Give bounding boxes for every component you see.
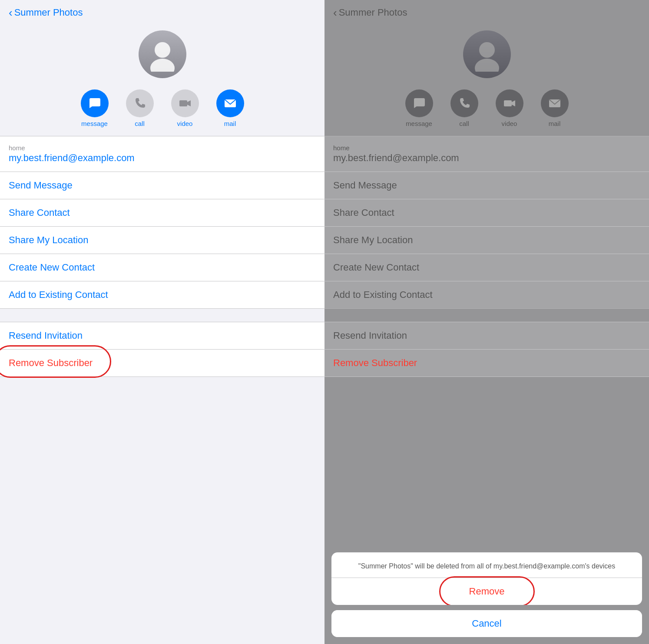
alert-message-text: "Summer Photos" will be deleted from all… bbox=[358, 562, 615, 570]
alert-message: "Summer Photos" will be deleted from all… bbox=[331, 552, 642, 578]
right-mail-label: mail bbox=[549, 120, 561, 127]
right-resend-invitation[interactable]: Resend Invitation bbox=[324, 322, 649, 350]
video-label: video bbox=[177, 120, 193, 127]
right-message-button[interactable]: message bbox=[405, 89, 433, 127]
right-share-contact-label: Share Contact bbox=[333, 207, 394, 218]
right-back-label: Summer Photos bbox=[339, 7, 407, 18]
right-create-contact-label: Create New Contact bbox=[333, 262, 419, 273]
left-spacer bbox=[0, 309, 324, 322]
right-panel: ‹ Summer Photos message bbox=[324, 0, 649, 644]
right-video-icon bbox=[503, 97, 516, 110]
alert-overlay: "Summer Photos" will be deleted from all… bbox=[324, 545, 649, 644]
right-email-section: home my.best.friend@example.com Send Mes… bbox=[324, 136, 649, 309]
left-remove-label: Remove Subscriber bbox=[9, 357, 93, 368]
svg-rect-7 bbox=[504, 100, 512, 106]
left-avatar bbox=[139, 30, 186, 78]
right-bottom-section: Resend Invitation Remove Subscriber bbox=[324, 322, 649, 377]
right-mail-button[interactable]: mail bbox=[541, 89, 569, 127]
right-share-location[interactable]: Share My Location bbox=[324, 227, 649, 254]
mail-label: mail bbox=[224, 120, 236, 127]
cancel-dialog: Cancel bbox=[331, 610, 642, 637]
left-message-button[interactable]: message bbox=[81, 89, 109, 127]
right-create-contact[interactable]: Create New Contact bbox=[324, 254, 649, 281]
left-send-message[interactable]: Send Message bbox=[0, 172, 324, 199]
left-action-buttons: message call video bbox=[0, 85, 324, 136]
right-avatar-section bbox=[324, 22, 649, 85]
right-back-button[interactable]: ‹ Summer Photos bbox=[333, 7, 407, 18]
left-back-button[interactable]: ‹ Summer Photos bbox=[9, 7, 83, 18]
left-email-value[interactable]: my.best.friend@example.com bbox=[9, 152, 316, 164]
message-icon-circle bbox=[81, 89, 109, 117]
left-call-button[interactable]: call bbox=[126, 89, 154, 127]
call-label: call bbox=[135, 120, 145, 127]
left-share-location-label: Share My Location bbox=[9, 234, 88, 245]
right-call-icon bbox=[458, 97, 471, 110]
right-remove-subscriber[interactable]: Remove Subscriber bbox=[324, 350, 649, 376]
alert-dialog: "Summer Photos" will be deleted from all… bbox=[331, 552, 642, 605]
right-email-item: home my.best.friend@example.com bbox=[324, 136, 649, 172]
video-icon bbox=[179, 97, 192, 110]
left-share-contact[interactable]: Share Contact bbox=[0, 199, 324, 227]
right-mail-icon-circle bbox=[541, 89, 569, 117]
left-resend-invitation[interactable]: Resend Invitation bbox=[0, 322, 324, 350]
right-call-label: call bbox=[459, 120, 469, 127]
left-email-type: home bbox=[9, 144, 316, 152]
right-header: ‹ Summer Photos bbox=[324, 0, 649, 22]
right-action-buttons: message call video bbox=[324, 85, 649, 136]
left-email-item: home my.best.friend@example.com bbox=[0, 136, 324, 172]
left-back-label: Summer Photos bbox=[14, 7, 83, 18]
right-send-message[interactable]: Send Message bbox=[324, 172, 649, 199]
alert-cancel-button[interactable]: Cancel bbox=[331, 610, 642, 637]
call-icon-circle bbox=[126, 89, 154, 117]
right-send-message-label: Send Message bbox=[333, 180, 397, 191]
right-remove-label: Remove Subscriber bbox=[333, 357, 417, 368]
left-mail-button[interactable]: mail bbox=[216, 89, 244, 127]
call-icon bbox=[133, 97, 146, 110]
right-video-label: video bbox=[502, 120, 517, 127]
right-avatar-icon bbox=[470, 37, 504, 72]
svg-marker-8 bbox=[512, 100, 515, 106]
right-panel-content: ‹ Summer Photos message bbox=[324, 0, 649, 644]
left-avatar-section bbox=[0, 22, 324, 85]
right-spacer bbox=[324, 309, 649, 322]
right-message-label: message bbox=[406, 120, 432, 127]
message-label: message bbox=[81, 120, 108, 127]
svg-rect-2 bbox=[179, 100, 187, 106]
left-add-existing-label: Add to Existing Contact bbox=[9, 289, 108, 300]
mail-icon-circle bbox=[216, 89, 244, 117]
left-add-existing[interactable]: Add to Existing Contact bbox=[0, 281, 324, 308]
right-share-contact[interactable]: Share Contact bbox=[324, 199, 649, 227]
right-avatar bbox=[463, 30, 511, 78]
video-icon-circle bbox=[171, 89, 199, 117]
left-remove-subscriber[interactable]: Remove Subscriber bbox=[0, 350, 324, 376]
right-call-icon-circle bbox=[450, 89, 478, 117]
message-icon bbox=[88, 96, 102, 110]
right-add-existing[interactable]: Add to Existing Contact bbox=[324, 281, 649, 308]
svg-point-0 bbox=[155, 42, 170, 58]
alert-remove-button[interactable]: Remove bbox=[331, 578, 642, 605]
left-create-contact[interactable]: Create New Contact bbox=[0, 254, 324, 281]
right-add-existing-label: Add to Existing Contact bbox=[333, 289, 433, 300]
svg-point-5 bbox=[479, 42, 495, 58]
svg-point-6 bbox=[475, 59, 499, 72]
left-email-section: home my.best.friend@example.com Send Mes… bbox=[0, 136, 324, 309]
svg-marker-3 bbox=[187, 100, 191, 106]
right-message-icon-circle bbox=[405, 89, 433, 117]
right-share-location-label: Share My Location bbox=[333, 234, 413, 245]
left-resend-label: Resend Invitation bbox=[9, 330, 83, 341]
svg-point-1 bbox=[150, 59, 175, 72]
left-video-button[interactable]: video bbox=[171, 89, 199, 127]
left-header: ‹ Summer Photos bbox=[0, 0, 324, 22]
left-chevron-icon: ‹ bbox=[9, 7, 13, 18]
left-share-location[interactable]: Share My Location bbox=[0, 227, 324, 254]
left-panel: ‹ Summer Photos message bbox=[0, 0, 324, 644]
right-call-button[interactable]: call bbox=[450, 89, 478, 127]
right-video-button[interactable]: video bbox=[496, 89, 523, 127]
right-resend-label: Resend Invitation bbox=[333, 330, 407, 341]
right-video-icon-circle bbox=[496, 89, 523, 117]
avatar-icon bbox=[145, 37, 180, 72]
right-chevron-icon: ‹ bbox=[333, 7, 337, 18]
right-message-icon bbox=[412, 96, 426, 110]
left-create-contact-label: Create New Contact bbox=[9, 262, 95, 273]
alert-remove-label: Remove bbox=[469, 586, 505, 597]
